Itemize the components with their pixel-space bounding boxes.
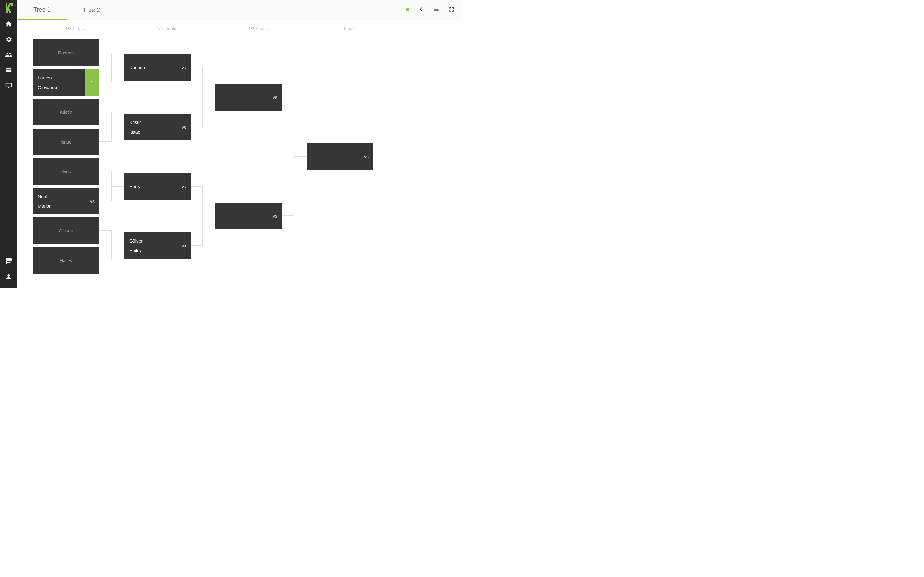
table-icon[interactable]: [5, 67, 12, 75]
bracket-connector: [99, 112, 111, 142]
fullscreen-icon[interactable]: [449, 6, 455, 14]
monitor-icon[interactable]: [5, 82, 12, 90]
round-label: 1/4 Finals: [147, 26, 186, 31]
tab-tree-2[interactable]: Tree 2: [67, 0, 116, 20]
match-card[interactable]: GülsenHaileyvs: [124, 232, 191, 259]
gear-icon[interactable]: [5, 36, 12, 44]
bracket-connector: [191, 68, 203, 127]
match-card[interactable]: Rodrigovs: [124, 54, 191, 81]
bracket-connector: [99, 53, 111, 82]
bracket-canvas: 1/8 Finals 1/4 Finals 1/2 Finals Final R…: [17, 20, 462, 288]
app-logo[interactable]: [4, 3, 13, 14]
match-card[interactable]: LaurenGiovanna1: [33, 69, 99, 96]
match-card[interactable]: NoahMarlonvs: [33, 188, 99, 214]
match-card[interactable]: KristinIsaacvs: [124, 114, 191, 140]
match-card[interactable]: Harry: [33, 158, 99, 185]
match-card[interactable]: Harryvs: [124, 173, 191, 200]
bracket-connector: [294, 156, 307, 157]
round-label: 1/2 Finals: [239, 26, 277, 31]
tab-label: Tree 1: [33, 6, 51, 13]
main: Tree 1 Tree 2 1/8 Finals 1/4 Finals 1/2 …: [17, 0, 462, 288]
match-card[interactable]: vs: [215, 84, 282, 111]
tab-tree-1[interactable]: Tree 1: [17, 0, 67, 20]
bracket-connector: [99, 230, 111, 260]
list-icon[interactable]: [433, 6, 439, 14]
match-card[interactable]: Isaac: [33, 129, 99, 155]
match-card[interactable]: Kristin: [33, 99, 99, 125]
round-label: Final: [330, 26, 368, 31]
person-icon[interactable]: [5, 273, 12, 282]
bracket-connector: [111, 68, 124, 68]
tab-label: Tree 2: [83, 6, 100, 13]
bracket-connector: [203, 216, 215, 216]
home-icon[interactable]: [5, 21, 12, 29]
chevron-left-icon[interactable]: [418, 6, 424, 14]
bracket-connector: [111, 186, 124, 187]
match-card[interactable]: vs: [215, 203, 282, 229]
bracket-connector: [99, 171, 111, 201]
svg-point-1: [11, 3, 13, 4]
score-badge: 1: [85, 69, 99, 96]
bracket-connector: [191, 186, 203, 245]
tabs: Tree 1 Tree 2: [17, 0, 116, 20]
zoom-slider[interactable]: [372, 9, 409, 11]
sidebar: [0, 0, 17, 288]
match-card[interactable]: Gülsen: [33, 218, 99, 244]
match-card[interactable]: vs: [307, 143, 373, 170]
match-card[interactable]: Hailey: [33, 247, 99, 274]
topbar: Tree 1 Tree 2: [17, 0, 462, 20]
chat-icon[interactable]: [5, 258, 12, 266]
people-icon[interactable]: [5, 51, 12, 60]
match-card[interactable]: Rodrigo: [33, 39, 99, 66]
bracket-connector: [282, 97, 294, 216]
bracket-connector: [111, 245, 124, 246]
round-label: 1/8 Finals: [56, 26, 94, 31]
